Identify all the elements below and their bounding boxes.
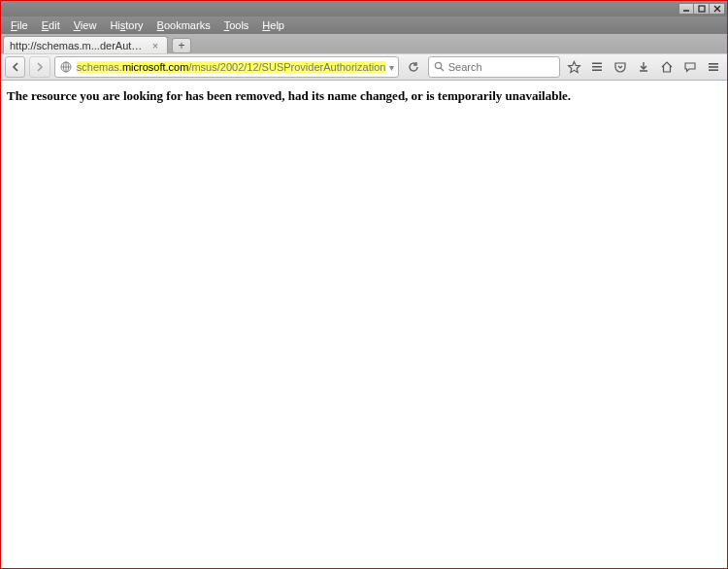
tab-strip: http://schemas.m...derAuthorization × + [1,34,727,53]
search-box[interactable] [428,56,560,78]
svg-rect-12 [592,70,602,72]
home-icon[interactable] [657,57,677,77]
nav-toolbar: schemas.microsoft.com/msus/2002/12/SUSPr… [1,53,727,81]
arrow-right-icon [34,61,46,73]
svg-line-9 [441,68,444,71]
chat-icon[interactable] [680,57,700,77]
back-button[interactable] [5,56,25,78]
url-text: schemas.microsoft.com/msus/2002/12/SUSPr… [77,61,386,73]
bookmark-star-icon[interactable] [564,57,583,77]
menu-bookmarks[interactable]: Bookmarks [151,18,216,32]
toolbar-icons [564,57,723,77]
menu-view[interactable]: View [68,18,103,32]
page-content: The resource you are looking for has bee… [1,81,727,568]
svg-point-8 [435,62,441,68]
menu-history[interactable]: History [104,18,149,32]
tab-title: http://schemas.m...derAuthorization [10,40,145,51]
close-button[interactable] [710,3,725,15]
svg-rect-13 [709,63,718,65]
svg-rect-14 [709,66,718,68]
reload-icon [407,60,420,74]
browser-tab[interactable]: http://schemas.m...derAuthorization × [3,36,168,53]
new-tab-button[interactable]: + [172,38,191,53]
menu-help[interactable]: Help [256,18,290,32]
svg-rect-1 [699,6,705,12]
search-input[interactable] [448,61,554,73]
menu-file[interactable]: File [5,18,34,32]
forward-button[interactable] [29,56,50,78]
downloads-icon[interactable] [634,57,653,77]
svg-rect-11 [592,66,602,68]
window-titlebar [1,1,727,17]
svg-rect-10 [592,63,602,65]
tab-close-icon[interactable]: × [149,40,161,51]
arrow-left-icon [10,61,21,73]
error-message: The resource you are looking for has bee… [7,88,721,104]
menu-bar: File Edit View History Bookmarks Tools H… [1,17,727,34]
bookmarks-list-icon[interactable] [587,57,607,77]
address-bar[interactable]: schemas.microsoft.com/msus/2002/12/SUSPr… [54,56,400,78]
reload-button[interactable] [403,56,423,78]
site-info-icon[interactable] [59,60,73,74]
menu-hamburger-icon[interactable] [704,57,723,77]
search-icon [434,61,445,74]
maximize-button[interactable] [694,3,710,15]
menu-edit[interactable]: Edit [36,18,66,32]
pocket-icon[interactable] [611,57,630,77]
svg-rect-15 [709,69,718,71]
minimize-button[interactable] [678,3,694,15]
menu-tools[interactable]: Tools [218,18,255,32]
history-dropdown-icon[interactable]: ▾ [389,62,394,73]
